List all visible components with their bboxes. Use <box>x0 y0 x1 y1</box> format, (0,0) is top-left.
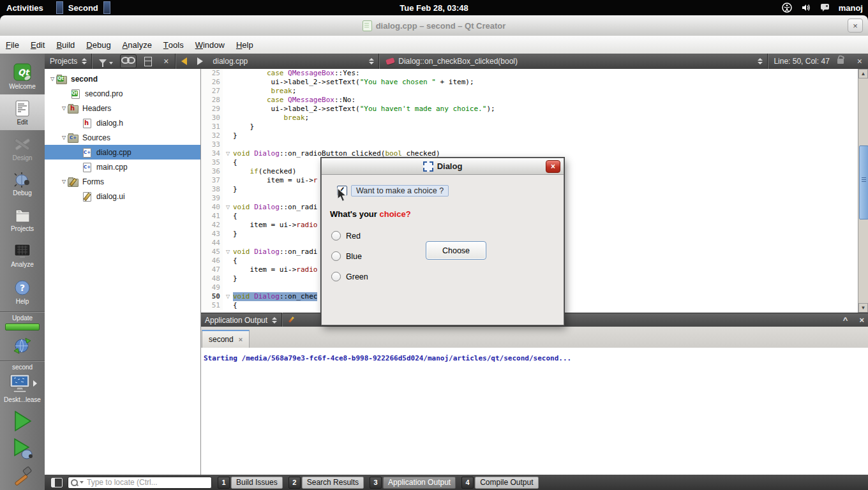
close-editor-icon[interactable]: × <box>857 56 862 66</box>
window-close-button[interactable]: × <box>848 19 863 33</box>
code-text[interactable]: void Dialog::on_radi <box>233 203 317 212</box>
chat-icon[interactable] <box>820 3 830 12</box>
sidebar-toggle-icon[interactable] <box>51 478 63 487</box>
tree-item-headers[interactable]: ▽ h Headers <box>45 101 200 115</box>
split-icon[interactable] <box>144 57 152 66</box>
navigator-selector-arrows-icon[interactable] <box>82 58 87 64</box>
code-text[interactable]: void Dialog::on_radi <box>233 248 317 256</box>
mode-debug[interactable]: Debug <box>0 166 45 202</box>
fold-marker-icon[interactable]: ▽ <box>223 292 233 301</box>
window-list-button[interactable]: Second <box>55 1 112 14</box>
code-line-31[interactable]: 31 } <box>201 122 868 131</box>
locator-dropdown-icon[interactable] <box>80 481 84 484</box>
code-line-34[interactable]: 34▽void Dialog::on_radioButton_clicked(b… <box>201 149 868 158</box>
filter-dropdown-icon[interactable] <box>109 62 113 64</box>
clock[interactable]: Tue Feb 28, 03:48 <box>400 3 468 13</box>
code-line-33[interactable]: 33 <box>201 140 868 149</box>
code-text[interactable]: break; <box>233 87 296 96</box>
dialog-titlebar[interactable]: Dialog × <box>322 158 564 175</box>
menu-tools[interactable]: Tools <box>158 36 190 54</box>
code-text[interactable]: } <box>233 185 237 194</box>
radio-circle-icon[interactable] <box>331 231 341 241</box>
menu-analyze[interactable]: Analyze <box>117 36 158 54</box>
navigator-selector[interactable]: Projects <box>50 57 77 66</box>
tree-item-dialog-cpp[interactable]: C+ dialog.cpp <box>45 145 200 160</box>
code-text[interactable]: { <box>233 158 237 167</box>
volume-icon[interactable] <box>801 3 811 13</box>
code-line-32[interactable]: 32} <box>201 131 868 140</box>
code-text[interactable]: } <box>233 131 237 140</box>
output-log-area[interactable]: Starting /media/568a79e3-fc6f-4ce8-b998-… <box>201 348 868 475</box>
output-tool-icon[interactable] <box>288 316 296 324</box>
code-line-29[interactable]: 29 ui->label_2->setText("You haven't mad… <box>201 105 868 114</box>
choice-checkbox-label[interactable]: Want to make a choice ? <box>351 185 449 197</box>
menu-build[interactable]: Build <box>50 36 80 54</box>
window-titlebar[interactable]: dialog.cpp – second – Qt Creator × <box>0 15 868 36</box>
file-selector-arrows-icon[interactable] <box>369 58 374 64</box>
scroll-up-icon[interactable]: ▲ <box>858 69 868 78</box>
editor-scrollbar[interactable]: ▲ ▼ <box>858 69 868 313</box>
maximize-pane-icon[interactable]: ^ <box>843 315 848 325</box>
menu-window[interactable]: Window <box>190 36 230 54</box>
fold-marker-icon[interactable]: ▽ <box>223 203 233 212</box>
fold-marker-icon[interactable]: ▽ <box>223 248 233 256</box>
fold-marker-icon[interactable]: ▽ <box>223 149 233 158</box>
code-text[interactable]: if(checked) <box>233 167 296 176</box>
tree-item-main-cpp[interactable]: C+ main.cpp <box>45 160 200 174</box>
code-line-26[interactable]: 26 ui->label_2->setText("You have chosen… <box>201 78 868 87</box>
radio-circle-icon[interactable] <box>331 272 341 281</box>
update-button[interactable] <box>0 333 45 359</box>
tree-item-dialog-h[interactable]: h dialog.h <box>45 115 200 130</box>
symbol-selector[interactable]: Dialog::on_checkBox_clicked(bool) <box>398 57 518 66</box>
pane-button-build-issues[interactable]: 1 Build Issues <box>218 477 283 489</box>
kit-flyout-arrow-icon[interactable] <box>33 380 37 387</box>
output-tab-second[interactable]: second × <box>202 330 250 348</box>
radio-blue[interactable]: Blue <box>331 251 362 261</box>
radio-green[interactable]: Green <box>331 272 368 281</box>
caret-icon[interactable]: ▽ <box>60 105 68 111</box>
sync-with-editor-toggle[interactable] <box>120 54 137 68</box>
output-pane-title[interactable]: Application Output <box>205 316 267 325</box>
code-line-28[interactable]: 28 case QMessageBox::No: <box>201 96 868 105</box>
tree-item-dialog-ui[interactable]: dialog.ui <box>45 189 200 204</box>
code-line-25[interactable]: 25 case QMessageBox::Yes: <box>201 69 868 78</box>
mode-welcome[interactable]: Qt Welcome <box>0 59 45 94</box>
code-text[interactable]: { <box>233 256 237 265</box>
tree-item-second-pro[interactable]: Qt second.pro <box>45 86 200 101</box>
close-pane-icon[interactable]: × <box>163 56 168 66</box>
code-text[interactable]: } <box>233 230 237 239</box>
code-text[interactable]: item = ui->r <box>233 176 317 185</box>
caret-icon[interactable]: ▽ <box>49 76 56 82</box>
accessibility-icon[interactable] <box>782 3 792 13</box>
mode-analyze[interactable]: Analyze <box>0 238 45 274</box>
tree-item-forms[interactable]: ▽ Forms <box>45 174 200 189</box>
close-pane-icon[interactable]: × <box>859 315 864 325</box>
open-file-selector[interactable]: dialog.cpp <box>213 57 248 66</box>
lock-icon[interactable] <box>837 59 844 64</box>
choice-checkbox-row[interactable]: ✓ Want to make a choice ? <box>337 185 449 197</box>
menu-file[interactable]: File <box>0 36 25 54</box>
pane-button-search-results[interactable]: 2 Search Results <box>288 477 364 489</box>
mode-projects[interactable]: Projects <box>0 202 45 238</box>
code-line-27[interactable]: 27 break; <box>201 87 868 96</box>
dialog-close-button[interactable]: × <box>546 160 560 173</box>
choose-button[interactable]: Choose <box>426 241 486 260</box>
locator-input[interactable] <box>86 477 197 487</box>
symbol-selector-arrows-icon[interactable] <box>758 58 763 64</box>
go-forward-icon[interactable] <box>197 57 203 65</box>
filter-icon[interactable] <box>99 59 107 64</box>
kit-selector-button[interactable] <box>0 371 45 396</box>
code-line-30[interactable]: 30 break; <box>201 114 868 122</box>
mode-edit[interactable]: Edit <box>0 94 45 130</box>
menu-help[interactable]: Help <box>230 36 259 54</box>
mode-help[interactable]: ? Help <box>0 274 45 309</box>
radio-circle-icon[interactable] <box>331 251 341 261</box>
code-text[interactable]: item = ui->radio <box>233 221 317 230</box>
code-text[interactable]: void Dialog::on_chec <box>233 292 317 301</box>
pane-button-compile-output[interactable]: 4 Compile Output <box>461 477 538 489</box>
code-text[interactable]: } <box>233 274 237 283</box>
go-back-icon[interactable] <box>181 57 187 65</box>
code-text[interactable]: } <box>233 122 254 131</box>
activities-button[interactable]: Activities <box>6 3 43 13</box>
code-text[interactable]: item = ui->radio <box>233 265 317 274</box>
